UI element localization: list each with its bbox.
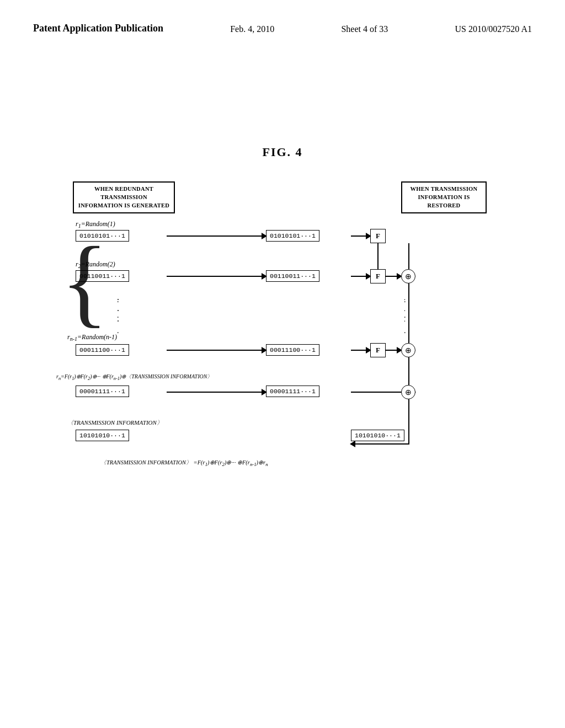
figure-title: FIG. 4 xyxy=(0,145,565,159)
rn-vline-gap xyxy=(408,384,409,385)
publication-title: Patent Application Publication xyxy=(33,22,163,35)
r1-arrow xyxy=(167,235,266,237)
trans-h-arrow xyxy=(351,443,408,445)
diagram-area: WHEN REDUNDANT TRANSMISSIONINFORMATION I… xyxy=(45,181,520,523)
r2-vline-out xyxy=(408,283,409,306)
rn1-vline-out xyxy=(408,357,409,384)
rn-right-data: 00001111···1 xyxy=(266,386,319,397)
trans-left-data: 10101010···1 xyxy=(76,430,129,441)
page-header: Patent Application Publication Feb. 4, 2… xyxy=(0,0,565,46)
trans-label: 〈TRANSMISSION INFORMATION〉 xyxy=(67,419,163,427)
rn-arrow xyxy=(167,392,266,393)
rn1-right-data: 00011100···1 xyxy=(266,344,319,356)
trans-right-data: 10101010···1 xyxy=(351,430,404,441)
trans-vline-continue xyxy=(408,437,409,445)
rn1-to-f-arrow xyxy=(351,350,370,351)
rn-formula-label: rn=F(r1)⊕F(r2)⊕··· ⊕F(rn-1)⊕〈TRANSMISSIO… xyxy=(56,373,212,382)
sheet-number: Sheet 4 of 33 xyxy=(341,22,388,34)
r2-arrow xyxy=(167,276,266,277)
r1-f-box: F xyxy=(370,229,386,243)
r2-to-f-arrow xyxy=(351,276,370,277)
publication-date: Feb. 4, 2010 xyxy=(230,22,274,34)
bottom-formula: 〈TRANSMISSION INFORMATION〉 =F(r1)⊕F(r2)⊕… xyxy=(100,459,268,467)
rn-xor: ⊕ xyxy=(401,385,415,399)
rn1-f-box: F xyxy=(370,343,386,357)
dots-right: ··· xyxy=(404,295,406,341)
r2-f-to-xor-arrow xyxy=(386,276,401,277)
r2-right-data: 00110011···1 xyxy=(266,270,319,282)
right-header-box: WHEN TRANSMISSIONINFORMATION IS RESTORED xyxy=(401,181,487,213)
rn-left-data: 00001111···1 xyxy=(76,386,129,397)
patent-number: US 2010/0027520 A1 xyxy=(455,22,532,34)
dots-vline xyxy=(408,306,409,333)
rn1-f-to-xor-arrow xyxy=(386,350,401,351)
left-header-box: WHEN REDUNDANT TRANSMISSIONINFORMATION I… xyxy=(73,181,175,213)
dots-left: ··· xyxy=(117,295,119,341)
r1-right-data: 01010101···1 xyxy=(266,230,319,242)
rn1-left-data: 00011100···1 xyxy=(76,344,129,356)
rn1-arrow xyxy=(167,350,266,351)
r1-to-f-arrow xyxy=(351,235,370,237)
left-brace: { xyxy=(61,232,108,331)
r2-f-box: F xyxy=(370,269,386,283)
rn1-vline-in xyxy=(408,333,409,343)
rn1-xor: ⊕ xyxy=(401,343,415,357)
r2-vline-in xyxy=(408,243,409,269)
r2-xor: ⊕ xyxy=(401,269,415,283)
